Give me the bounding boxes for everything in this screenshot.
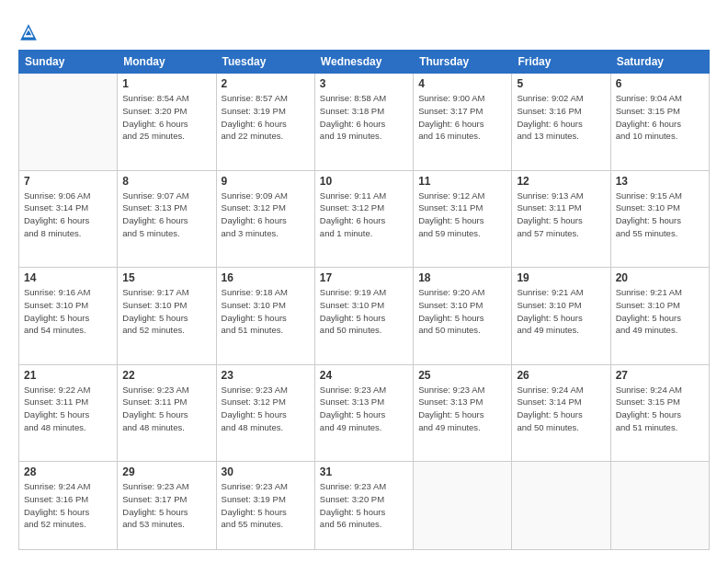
calendar-cell: 31Sunrise: 9:23 AM Sunset: 3:20 PM Dayli… (314, 462, 413, 550)
day-info: Sunrise: 9:17 AM Sunset: 3:10 PM Dayligh… (122, 286, 210, 337)
day-info: Sunrise: 9:19 AM Sunset: 3:10 PM Dayligh… (320, 286, 408, 337)
calendar-table: SundayMondayTuesdayWednesdayThursdayFrid… (18, 50, 710, 550)
day-number: 23 (222, 369, 310, 382)
day-info: Sunrise: 8:58 AM Sunset: 3:18 PM Dayligh… (320, 92, 408, 143)
calendar-cell: 27Sunrise: 9:24 AM Sunset: 3:15 PM Dayli… (610, 364, 709, 462)
day-info: Sunrise: 9:23 AM Sunset: 3:12 PM Dayligh… (222, 384, 310, 434)
day-info: Sunrise: 9:09 AM Sunset: 3:12 PM Dayligh… (222, 190, 310, 240)
day-number: 3 (320, 77, 408, 90)
day-number: 27 (616, 369, 704, 382)
calendar-cell: 20Sunrise: 9:21 AM Sunset: 3:10 PM Dayli… (610, 268, 709, 365)
day-number: 19 (517, 271, 605, 284)
day-number: 22 (122, 369, 210, 382)
day-number: 18 (418, 271, 506, 284)
calendar-cell: 15Sunrise: 9:17 AM Sunset: 3:10 PM Dayli… (118, 268, 216, 365)
calendar-cell: 18Sunrise: 9:20 AM Sunset: 3:10 PM Dayli… (414, 268, 512, 365)
weekday-header-monday: Monday (118, 51, 216, 74)
calendar-cell: 6Sunrise: 9:04 AM Sunset: 3:15 PM Daylig… (610, 74, 709, 171)
calendar-cell: 28Sunrise: 9:24 AM Sunset: 3:16 PM Dayli… (19, 462, 118, 550)
weekday-header-saturday: Saturday (610, 51, 709, 74)
day-number: 9 (222, 175, 310, 188)
week-row-2: 7Sunrise: 9:06 AM Sunset: 3:14 PM Daylig… (19, 170, 710, 268)
day-number: 4 (418, 77, 506, 90)
calendar-cell (512, 462, 610, 550)
day-number: 13 (616, 175, 704, 188)
day-info: Sunrise: 9:06 AM Sunset: 3:14 PM Dayligh… (24, 190, 112, 240)
weekday-header-row: SundayMondayTuesdayWednesdayThursdayFrid… (19, 51, 710, 74)
day-info: Sunrise: 9:13 AM Sunset: 3:11 PM Dayligh… (517, 190, 605, 240)
day-number: 21 (24, 369, 112, 382)
calendar-cell: 16Sunrise: 9:18 AM Sunset: 3:10 PM Dayli… (216, 268, 314, 365)
day-number: 25 (418, 369, 506, 382)
day-info: Sunrise: 9:24 AM Sunset: 3:14 PM Dayligh… (517, 384, 605, 434)
day-info: Sunrise: 9:24 AM Sunset: 3:16 PM Dayligh… (24, 480, 112, 531)
calendar-cell: 11Sunrise: 9:12 AM Sunset: 3:11 PM Dayli… (414, 170, 512, 268)
page: SundayMondayTuesdayWednesdayThursdayFrid… (0, 0, 728, 563)
day-info: Sunrise: 9:04 AM Sunset: 3:15 PM Dayligh… (616, 92, 704, 143)
day-info: Sunrise: 8:57 AM Sunset: 3:19 PM Dayligh… (222, 92, 310, 143)
day-number: 16 (222, 271, 310, 284)
day-info: Sunrise: 9:23 AM Sunset: 3:20 PM Dayligh… (320, 480, 408, 531)
calendar-cell: 9Sunrise: 9:09 AM Sunset: 3:12 PM Daylig… (216, 170, 314, 268)
calendar-cell: 17Sunrise: 9:19 AM Sunset: 3:10 PM Dayli… (314, 268, 413, 365)
logo (18, 20, 42, 42)
calendar-cell (414, 462, 512, 550)
day-info: Sunrise: 9:11 AM Sunset: 3:12 PM Dayligh… (320, 190, 408, 240)
day-info: Sunrise: 9:15 AM Sunset: 3:10 PM Dayligh… (616, 190, 704, 240)
day-number: 6 (616, 77, 704, 90)
weekday-header-sunday: Sunday (19, 51, 118, 74)
day-info: Sunrise: 9:12 AM Sunset: 3:11 PM Dayligh… (418, 190, 506, 240)
weekday-header-tuesday: Tuesday (216, 51, 314, 74)
weekday-header-friday: Friday (512, 51, 610, 74)
day-number: 31 (320, 465, 408, 478)
calendar-cell: 4Sunrise: 9:00 AM Sunset: 3:17 PM Daylig… (414, 74, 512, 171)
day-number: 29 (122, 465, 210, 478)
day-info: Sunrise: 9:24 AM Sunset: 3:15 PM Dayligh… (616, 384, 704, 434)
calendar-cell: 23Sunrise: 9:23 AM Sunset: 3:12 PM Dayli… (216, 364, 314, 462)
header (18, 17, 710, 42)
day-number: 30 (222, 465, 310, 478)
day-info: Sunrise: 9:22 AM Sunset: 3:11 PM Dayligh… (24, 384, 112, 434)
calendar-cell: 21Sunrise: 9:22 AM Sunset: 3:11 PM Dayli… (19, 364, 118, 462)
day-number: 11 (418, 175, 506, 188)
calendar-cell: 30Sunrise: 9:23 AM Sunset: 3:19 PM Dayli… (216, 462, 314, 550)
day-number: 14 (24, 271, 112, 284)
day-info: Sunrise: 8:54 AM Sunset: 3:20 PM Dayligh… (122, 92, 210, 143)
calendar-cell: 7Sunrise: 9:06 AM Sunset: 3:14 PM Daylig… (19, 170, 118, 268)
day-info: Sunrise: 9:20 AM Sunset: 3:10 PM Dayligh… (418, 286, 506, 337)
week-row-5: 28Sunrise: 9:24 AM Sunset: 3:16 PM Dayli… (19, 462, 710, 550)
day-info: Sunrise: 9:02 AM Sunset: 3:16 PM Dayligh… (517, 92, 605, 143)
day-number: 15 (122, 271, 210, 284)
calendar-cell: 26Sunrise: 9:24 AM Sunset: 3:14 PM Dayli… (512, 364, 610, 462)
logo-icon (18, 22, 39, 42)
calendar-cell: 13Sunrise: 9:15 AM Sunset: 3:10 PM Dayli… (610, 170, 709, 268)
day-info: Sunrise: 9:23 AM Sunset: 3:13 PM Dayligh… (418, 384, 506, 434)
day-number: 7 (24, 175, 112, 188)
day-info: Sunrise: 9:00 AM Sunset: 3:17 PM Dayligh… (418, 92, 506, 143)
day-number: 20 (616, 271, 704, 284)
weekday-header-wednesday: Wednesday (314, 51, 413, 74)
calendar-cell: 19Sunrise: 9:21 AM Sunset: 3:10 PM Dayli… (512, 268, 610, 365)
day-info: Sunrise: 9:21 AM Sunset: 3:10 PM Dayligh… (517, 286, 605, 337)
week-row-1: 1Sunrise: 8:54 AM Sunset: 3:20 PM Daylig… (19, 74, 710, 171)
day-number: 10 (320, 175, 408, 188)
day-info: Sunrise: 9:23 AM Sunset: 3:19 PM Dayligh… (222, 480, 310, 531)
weekday-header-thursday: Thursday (414, 51, 512, 74)
calendar-cell (19, 74, 118, 171)
day-info: Sunrise: 9:18 AM Sunset: 3:10 PM Dayligh… (222, 286, 310, 337)
day-info: Sunrise: 9:23 AM Sunset: 3:13 PM Dayligh… (320, 384, 408, 434)
calendar-cell: 25Sunrise: 9:23 AM Sunset: 3:13 PM Dayli… (414, 364, 512, 462)
day-info: Sunrise: 9:07 AM Sunset: 3:13 PM Dayligh… (122, 190, 210, 240)
calendar-cell: 24Sunrise: 9:23 AM Sunset: 3:13 PM Dayli… (314, 364, 413, 462)
day-number: 17 (320, 271, 408, 284)
calendar-cell: 2Sunrise: 8:57 AM Sunset: 3:19 PM Daylig… (216, 74, 314, 171)
day-number: 28 (24, 465, 112, 478)
calendar-cell (610, 462, 709, 550)
week-row-3: 14Sunrise: 9:16 AM Sunset: 3:10 PM Dayli… (19, 268, 710, 365)
calendar-cell: 29Sunrise: 9:23 AM Sunset: 3:17 PM Dayli… (118, 462, 216, 550)
day-number: 2 (222, 77, 310, 90)
calendar-cell: 8Sunrise: 9:07 AM Sunset: 3:13 PM Daylig… (118, 170, 216, 268)
calendar-cell: 1Sunrise: 8:54 AM Sunset: 3:20 PM Daylig… (118, 74, 216, 171)
day-info: Sunrise: 9:23 AM Sunset: 3:17 PM Dayligh… (122, 480, 210, 531)
day-info: Sunrise: 9:21 AM Sunset: 3:10 PM Dayligh… (616, 286, 704, 337)
